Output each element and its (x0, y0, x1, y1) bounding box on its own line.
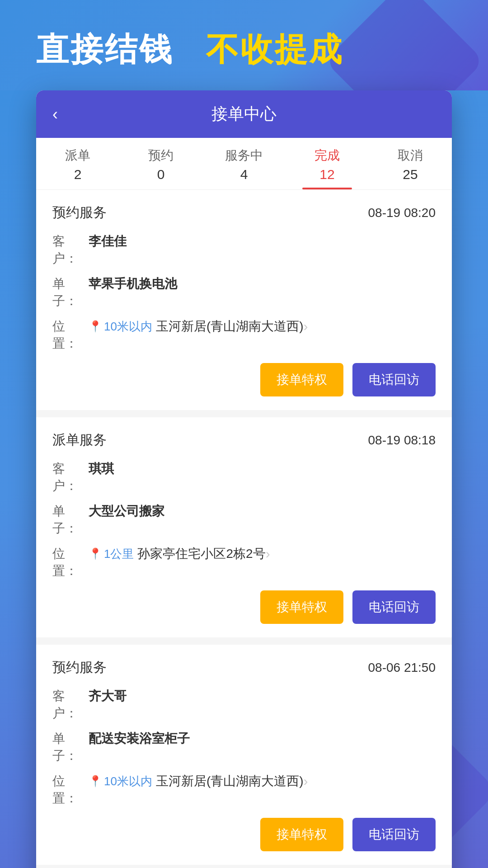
tab-bar: 派单 2 预约 0 服务中 4 完成 12 取消 25 (36, 138, 452, 190)
order-type-1: 预约服务 (52, 203, 107, 222)
order-customer-label-3: 客户： (52, 688, 89, 722)
order-location-content-1: 📍 10米以内 玉河新居(青山湖南大道西) › (89, 318, 308, 335)
order-customer-row-2: 客户： 琪琪 (52, 460, 436, 495)
hero-section: 直接结钱 不收提成 (0, 0, 488, 90)
tab-cancel-count: 25 (403, 167, 418, 182)
order-header-1: 预约服务 08-19 08:20 (52, 203, 436, 222)
location-addr-3: 玉河新居(青山湖南大道西) (156, 773, 304, 790)
tab-inservice-count: 4 (240, 167, 248, 182)
order-location-row-2: 位置： 📍 1公里 孙家亭住宅小区2栋2号 › (52, 545, 436, 580)
order-customer-label-2: 客户： (52, 460, 89, 495)
order-item-value-3: 配送安装浴室柜子 (89, 730, 190, 747)
order-customer-label-1: 客户： (52, 233, 89, 267)
order-actions-2: 接单特权 电话回访 (52, 590, 436, 624)
tab-cancel-label: 取消 (398, 147, 423, 164)
tab-appointment-count: 0 (157, 167, 165, 182)
order-item-value-1: 苹果手机换电池 (89, 275, 177, 292)
app-title: 接单中心 (211, 103, 277, 125)
tab-inservice-label: 服务中 (225, 147, 263, 164)
order-customer-value-1: 李佳佳 (89, 233, 127, 250)
location-distance-3: 10米以内 (104, 774, 152, 789)
order-list: 预约服务 08-19 08:20 客户： 李佳佳 单子： 苹果手机换电池 位置：… (36, 190, 452, 868)
order-location-label-3: 位置： (52, 773, 89, 807)
tab-inservice[interactable]: 服务中 4 (202, 138, 286, 189)
tab-complete[interactable]: 完成 12 (286, 138, 369, 189)
order-item-label-1: 单子： (52, 275, 89, 310)
tab-complete-label: 完成 (314, 147, 340, 164)
location-inner-1: 📍 10米以内 玉河新居(青山湖南大道西) (89, 318, 304, 335)
order-actions-3: 接单特权 电话回访 (52, 818, 436, 851)
order-customer-value-2: 琪琪 (89, 460, 114, 477)
location-distance-1: 10米以内 (104, 319, 152, 335)
order-card-2: 派单服务 08-19 08:18 客户： 琪琪 单子： 大型公司搬家 位置： 📍 (36, 417, 452, 637)
btn-privilege-1[interactable]: 接单特权 (260, 363, 343, 396)
hero-text-white: 直接结钱 (36, 31, 174, 67)
tab-dispatch-label: 派单 (65, 147, 90, 164)
location-distance-2: 1公里 (104, 546, 134, 562)
order-item-row-2: 单子： 大型公司搬家 (52, 503, 436, 537)
order-header-2: 派单服务 08-19 08:18 (52, 431, 436, 449)
location-pin-icon-1: 📍 (89, 320, 102, 333)
order-customer-value-3: 齐大哥 (89, 688, 127, 705)
tab-cancel[interactable]: 取消 25 (369, 138, 452, 189)
order-time-1: 08-19 08:20 (368, 206, 436, 220)
location-arrow-1: › (304, 319, 308, 334)
app-window: ‹ 接单中心 派单 2 预约 0 服务中 4 完成 12 取消 25 (36, 90, 452, 868)
location-pin-icon-3: 📍 (89, 775, 102, 788)
order-item-label-3: 单子： (52, 730, 89, 764)
order-item-row-3: 单子： 配送安装浴室柜子 (52, 730, 436, 764)
tab-appointment[interactable]: 预约 0 (119, 138, 202, 189)
location-pin-icon-2: 📍 (89, 547, 102, 560)
order-item-value-2: 大型公司搬家 (89, 503, 164, 520)
app-header: ‹ 接单中心 (36, 90, 452, 138)
btn-callback-2[interactable]: 电话回访 (352, 590, 436, 624)
location-arrow-2: › (266, 546, 270, 561)
hero-title: 直接结钱 不收提成 (36, 28, 343, 71)
order-card-3: 预约服务 08-06 21:50 客户： 齐大哥 单子： 配送安装浴室柜子 位置… (36, 645, 452, 865)
order-time-3: 08-06 21:50 (368, 660, 436, 675)
btn-privilege-3[interactable]: 接单特权 (260, 818, 343, 851)
order-type-2: 派单服务 (52, 431, 107, 449)
order-location-row-1: 位置： 📍 10米以内 玉河新居(青山湖南大道西) › (52, 318, 436, 352)
phone-area: ‹ 接单中心 派单 2 预约 0 服务中 4 完成 12 取消 25 (0, 90, 488, 868)
order-time-2: 08-19 08:18 (368, 433, 436, 448)
order-type-3: 预约服务 (52, 658, 107, 677)
btn-callback-3[interactable]: 电话回访 (352, 818, 436, 851)
location-inner-2: 📍 1公里 孙家亭住宅小区2栋2号 (89, 545, 266, 562)
tab-complete-count: 12 (319, 167, 334, 182)
order-location-content-2: 📍 1公里 孙家亭住宅小区2栋2号 › (89, 545, 270, 562)
order-card-1: 预约服务 08-19 08:20 客户： 李佳佳 单子： 苹果手机换电池 位置：… (36, 190, 452, 410)
order-item-row-1: 单子： 苹果手机换电池 (52, 275, 436, 310)
location-inner-3: 📍 10米以内 玉河新居(青山湖南大道西) (89, 773, 304, 790)
order-item-label-2: 单子： (52, 503, 89, 537)
order-location-label-1: 位置： (52, 318, 89, 352)
btn-callback-1[interactable]: 电话回访 (352, 363, 436, 396)
order-location-label-2: 位置： (52, 545, 89, 580)
tab-dispatch[interactable]: 派单 2 (36, 138, 119, 189)
order-actions-1: 接单特权 电话回访 (52, 363, 436, 396)
location-addr-1: 玉河新居(青山湖南大道西) (156, 318, 304, 335)
order-customer-row-3: 客户： 齐大哥 (52, 688, 436, 722)
order-location-content-3: 📍 10米以内 玉河新居(青山湖南大道西) › (89, 773, 308, 790)
location-arrow-3: › (304, 774, 308, 789)
location-addr-2: 孙家亭住宅小区2栋2号 (137, 545, 265, 562)
hero-text-yellow: 不收提成 (206, 31, 343, 67)
order-customer-row-1: 客户： 李佳佳 (52, 233, 436, 267)
tab-dispatch-count: 2 (74, 167, 82, 182)
back-button[interactable]: ‹ (52, 105, 58, 124)
order-header-3: 预约服务 08-06 21:50 (52, 658, 436, 677)
btn-privilege-2[interactable]: 接单特权 (260, 590, 343, 624)
order-location-row-3: 位置： 📍 10米以内 玉河新居(青山湖南大道西) › (52, 773, 436, 807)
tab-appointment-label: 预约 (148, 147, 174, 164)
